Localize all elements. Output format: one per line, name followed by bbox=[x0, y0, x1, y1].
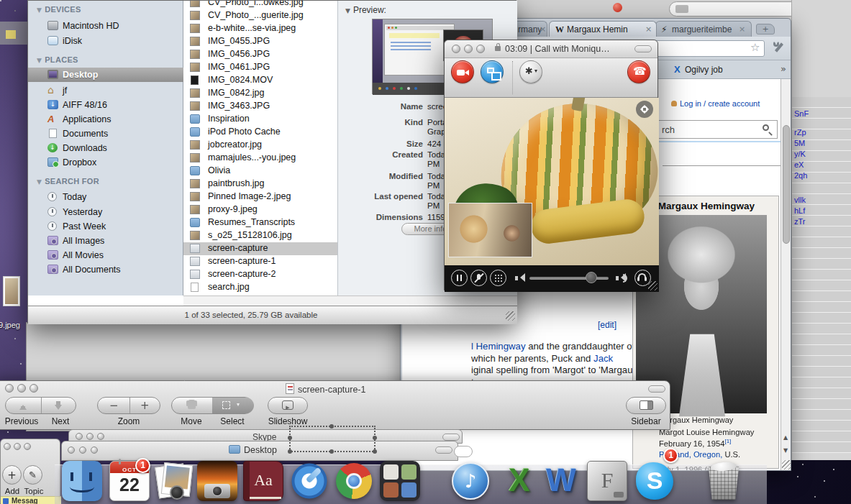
list-item-folder[interactable]: Olivia▶ bbox=[183, 165, 353, 178]
sidebar-section-header[interactable]: ▼PLACES bbox=[37, 55, 78, 64]
selection-handle[interactable] bbox=[373, 436, 377, 440]
sidebar-item-desktop[interactable]: Desktop bbox=[28, 68, 183, 82]
sidebar-item-yesterday[interactable]: Yesterday bbox=[28, 205, 183, 219]
list-item[interactable]: CV_Photo_l...owkes.jpg bbox=[183, 1, 353, 9]
disclosure-triangle-icon[interactable]: ▼ bbox=[37, 6, 42, 14]
zoom-control[interactable]: − + bbox=[97, 397, 160, 414]
list-item[interactable]: e-b-white...se-via.jpeg bbox=[183, 22, 353, 35]
bookmark-item[interactable]: Ogilvy job bbox=[685, 65, 723, 75]
dialpad-button[interactable] bbox=[490, 270, 506, 286]
skype-titlebar[interactable]: 03:09 | Call with Moniqu… bbox=[445, 40, 657, 58]
self-view-pip[interactable] bbox=[448, 203, 532, 257]
dock-trash-icon[interactable] bbox=[704, 461, 744, 501]
sidebar-item-all-documents[interactable]: All Documents bbox=[28, 262, 183, 277]
list-item[interactable]: jobcreator.jpg bbox=[183, 139, 353, 152]
hang-up-button[interactable]: ☎ bbox=[627, 60, 650, 83]
list-item[interactable]: IMG_0842.jpg bbox=[183, 87, 353, 100]
list-item[interactable]: IMG_0455.JPG bbox=[183, 35, 353, 48]
article-link[interactable]: l Hemingway bbox=[471, 341, 526, 352]
video-button[interactable] bbox=[451, 60, 474, 83]
list-item[interactable]: IMG_0456.JPG bbox=[183, 48, 353, 61]
sidebar-section-header[interactable]: ▼DEVICES bbox=[37, 5, 81, 14]
edit-link[interactable]: [edit] bbox=[598, 320, 616, 330]
move-select-control[interactable]: ▾ bbox=[171, 397, 253, 414]
more-button[interactable]: ✱ ▾ bbox=[519, 60, 542, 83]
selection-handle[interactable] bbox=[329, 449, 334, 454]
close-button[interactable] bbox=[68, 446, 75, 454]
tab-close-icon[interactable]: × bbox=[540, 24, 546, 34]
sidebar-item-idisk[interactable]: iDisk bbox=[28, 34, 183, 48]
dock-finder-icon[interactable] bbox=[62, 461, 102, 501]
list-item[interactable]: search.jpg bbox=[183, 281, 353, 294]
link-fragment[interactable]: 2qh bbox=[794, 171, 807, 180]
mute-mic-button[interactable] bbox=[470, 270, 487, 286]
search-field-fragment[interactable] bbox=[454, 446, 473, 457]
resize-grip[interactable] bbox=[782, 460, 791, 469]
zoom-button[interactable] bbox=[91, 446, 98, 454]
list-item[interactable]: IMG_0461.JPG bbox=[183, 61, 353, 74]
capture-selection-marquee[interactable] bbox=[289, 426, 376, 452]
sidebar-control[interactable] bbox=[626, 397, 666, 414]
tab-close-icon[interactable]: × bbox=[739, 24, 745, 34]
dock-f-app-icon[interactable]: F bbox=[587, 461, 627, 501]
list-item[interactable]: proxy-9.jpeg bbox=[183, 203, 353, 216]
close-button[interactable] bbox=[452, 45, 460, 53]
list-item[interactable]: Pinned Image-2.jpeg bbox=[183, 191, 353, 203]
slideshow-control[interactable]: ▶ bbox=[268, 397, 308, 414]
list-item-folder[interactable]: iPod Photo Cache▶ bbox=[183, 126, 353, 139]
zoom-out-icon[interactable]: − bbox=[109, 399, 119, 412]
dock-dictionary-icon[interactable]: Aa bbox=[243, 461, 283, 501]
pause-button[interactable] bbox=[451, 270, 468, 286]
select-segment-pressed[interactable]: ▾ bbox=[212, 398, 254, 413]
disclosure-triangle-icon[interactable]: ▼ bbox=[345, 7, 350, 14]
share-button[interactable] bbox=[481, 60, 504, 83]
hand-move-icon[interactable] bbox=[188, 402, 196, 409]
disclosure-triangle-icon[interactable]: ▼ bbox=[37, 178, 42, 185]
sidebar-item-today[interactable]: Today bbox=[28, 190, 183, 204]
link-fragment[interactable]: rZp bbox=[794, 128, 806, 137]
new-tab-button[interactable]: + bbox=[756, 24, 775, 35]
link-fragment[interactable]: y/K bbox=[794, 150, 806, 158]
disclosure-triangle-icon[interactable]: ▼ bbox=[37, 57, 42, 64]
topic-button[interactable]: ✎ bbox=[23, 465, 42, 485]
bookmark-star-icon[interactable]: ☆ bbox=[750, 41, 760, 54]
list-item[interactable]: paintbrush.jpg bbox=[183, 178, 353, 191]
sidebar-item-home[interactable]: ⌂jf bbox=[28, 83, 183, 98]
login-link[interactable]: Log in / create account bbox=[680, 99, 760, 108]
minimize-button[interactable] bbox=[79, 446, 86, 454]
list-item-selected[interactable]: screen-capture bbox=[183, 242, 353, 255]
sidebar-item-macintosh-hd[interactable]: Macintosh HD bbox=[28, 19, 183, 33]
zoom-button[interactable] bbox=[24, 443, 31, 450]
browser-tab-active[interactable]: W Margaux Hemin × bbox=[549, 21, 657, 37]
wiki-search-input[interactable]: rch bbox=[658, 120, 778, 139]
wrench-menu-icon[interactable] bbox=[770, 40, 788, 57]
link-fragment[interactable]: eX bbox=[794, 160, 804, 169]
link-fragment[interactable]: hLf bbox=[794, 206, 805, 215]
sidebar-item-aiff[interactable]: ↓AIFF 48/16 bbox=[28, 98, 183, 112]
desktop-folder-window-bar[interactable]: Desktop bbox=[61, 441, 458, 461]
scroll-down-icon[interactable]: ▼ bbox=[783, 447, 788, 454]
horizontal-scrollbar[interactable] bbox=[183, 295, 517, 306]
article-link[interactable]: Jack bbox=[593, 353, 613, 364]
bookmarks-overflow-icon[interactable]: » bbox=[781, 63, 786, 74]
list-item[interactable]: screen-capture-2 bbox=[183, 268, 353, 281]
zoom-button[interactable] bbox=[97, 433, 104, 440]
link-fragment[interactable]: zTr bbox=[794, 217, 805, 226]
link-fragment[interactable]: SnF bbox=[794, 109, 809, 118]
volume-knob[interactable] bbox=[586, 272, 597, 283]
dock-itunes-icon[interactable]: ♪ bbox=[450, 461, 491, 501]
sidebar-item-dropbox[interactable]: Dropbox bbox=[28, 155, 183, 170]
list-item[interactable]: mamajules...-you.jpeg bbox=[183, 152, 353, 165]
dock-skype-icon[interactable]: S bbox=[634, 461, 675, 501]
collapse-pill-button[interactable] bbox=[442, 434, 460, 441]
list-item-folder[interactable]: Resumes_Transcripts▶ bbox=[183, 216, 353, 229]
minimize-button[interactable] bbox=[17, 384, 26, 393]
resize-grip[interactable] bbox=[506, 311, 515, 321]
list-item[interactable]: screen-capture-1 bbox=[183, 255, 353, 268]
link-fragment[interactable]: vllk bbox=[794, 196, 806, 204]
sidebar-item-all-images[interactable]: All Images bbox=[28, 234, 183, 248]
desktop-file-icon[interactable]: 9.jpeg bbox=[1, 276, 23, 332]
citation-link[interactable]: [1] bbox=[724, 438, 731, 444]
preview-header[interactable]: ▼Preview: bbox=[345, 5, 386, 15]
browser-scrollbar[interactable]: ▲ ▼ bbox=[781, 79, 791, 470]
